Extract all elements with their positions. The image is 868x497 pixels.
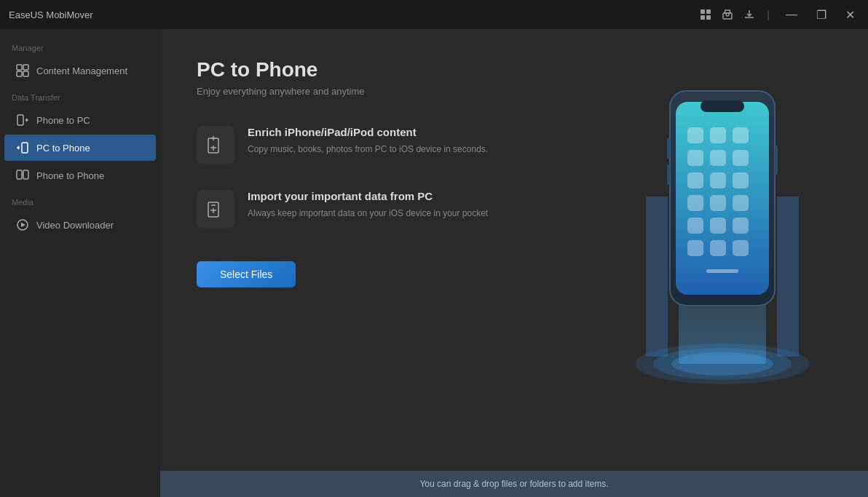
bottom-bar: You can drag & drop files or folders to …: [160, 471, 868, 497]
svg-rect-0: [701, 9, 705, 14]
enrich-desc: Copy music, books, photos from PC to iOS…: [248, 143, 488, 156]
content-area: PC to Phone Enjoy everything anywhere an…: [160, 29, 868, 497]
svg-rect-8: [23, 71, 28, 76]
grid-icon[interactable]: [700, 9, 711, 20]
sidebar-section-data-transfer: Data Transfer: [0, 84, 160, 106]
svg-rect-50: [733, 240, 749, 256]
download-icon[interactable]: [743, 9, 755, 20]
video-downloader-icon: [16, 218, 29, 231]
svg-rect-44: [733, 195, 749, 211]
close-button[interactable]: ✕: [841, 7, 859, 23]
phone-illustration: [620, 51, 824, 415]
content-management-icon: [16, 64, 29, 77]
svg-rect-52: [775, 146, 778, 175]
svg-rect-49: [710, 240, 726, 256]
sidebar-section-manager: Manager: [0, 35, 160, 57]
title-bar: EaseUS MobiMover |: [0, 0, 868, 29]
sidebar-item-content-management[interactable]: Content Management: [4, 57, 156, 84]
svg-rect-51: [706, 269, 738, 273]
sidebar-item-video-downloader[interactable]: Video Downloader: [4, 212, 156, 238]
sidebar-item-label: Content Management: [36, 65, 127, 76]
content-inner: PC to Phone Enjoy everything anywhere an…: [160, 29, 868, 471]
svg-rect-54: [667, 164, 670, 185]
svg-rect-42: [687, 195, 703, 211]
svg-rect-11: [17, 170, 22, 179]
select-files-button[interactable]: Select Files: [197, 261, 296, 287]
sidebar-section-media: Media: [0, 189, 160, 211]
pc-to-phone-icon: [16, 141, 29, 154]
minimize-button[interactable]: —: [781, 7, 802, 23]
svg-rect-12: [23, 170, 28, 179]
svg-rect-40: [710, 172, 726, 188]
title-bar-controls: | — ❐ ✕: [700, 7, 859, 23]
svg-rect-9: [17, 115, 23, 125]
svg-rect-7: [17, 71, 22, 76]
sidebar-item-phone-to-pc[interactable]: Phone to PC: [4, 107, 156, 133]
title-bar-left: EaseUS MobiMover: [9, 9, 93, 20]
svg-rect-1: [706, 9, 711, 14]
app-title: EaseUS MobiMover: [9, 9, 93, 20]
import-title: Import your important data from PC: [248, 190, 488, 202]
maximize-button[interactable]: ❐: [812, 7, 831, 23]
svg-rect-34: [710, 127, 726, 143]
svg-rect-35: [733, 127, 749, 143]
svg-rect-45: [687, 218, 703, 234]
sidebar-item-label: Phone to Phone: [36, 170, 104, 181]
svg-rect-39: [687, 172, 703, 188]
svg-marker-14: [21, 223, 25, 227]
svg-rect-5: [17, 65, 22, 70]
enrich-icon-box: [197, 126, 234, 164]
import-text: Import your important data from PC Alway…: [248, 190, 488, 220]
svg-rect-48: [687, 240, 703, 256]
sidebar-item-label: Phone to PC: [36, 115, 90, 126]
bottom-bar-message: You can drag & drop files or folders to …: [419, 479, 608, 489]
svg-rect-6: [23, 65, 28, 70]
svg-rect-2: [701, 15, 705, 20]
enrich-text: Enrich iPhone/iPad/iPod content Copy mus…: [248, 126, 488, 156]
sidebar-item-label: PC to Phone: [36, 143, 90, 154]
svg-rect-37: [710, 150, 726, 166]
svg-rect-32: [701, 100, 744, 112]
svg-rect-43: [710, 195, 726, 211]
phone-to-phone-icon: [16, 169, 29, 182]
svg-rect-53: [667, 138, 670, 159]
phone-to-pc-icon: [16, 114, 29, 127]
svg-rect-41: [733, 172, 749, 188]
enrich-title: Enrich iPhone/iPad/iPod content: [248, 126, 488, 138]
svg-rect-36: [687, 150, 703, 166]
sidebar-item-pc-to-phone[interactable]: PC to Phone: [4, 135, 156, 161]
svg-rect-38: [733, 150, 749, 166]
sidebar-item-label: Video Downloader: [36, 220, 114, 231]
import-icon-box: [197, 190, 234, 228]
svg-rect-33: [687, 127, 703, 143]
svg-rect-46: [710, 218, 726, 234]
svg-rect-47: [733, 218, 749, 234]
main-layout: Manager Content Management Data Transfer: [0, 29, 868, 497]
svg-rect-10: [22, 143, 28, 153]
sidebar-item-phone-to-phone[interactable]: Phone to Phone: [4, 162, 156, 188]
svg-rect-3: [706, 15, 711, 20]
shop-icon[interactable]: [722, 9, 733, 20]
import-desc: Always keep important data on your iOS d…: [248, 207, 488, 220]
sidebar: Manager Content Management Data Transfer: [0, 29, 160, 497]
